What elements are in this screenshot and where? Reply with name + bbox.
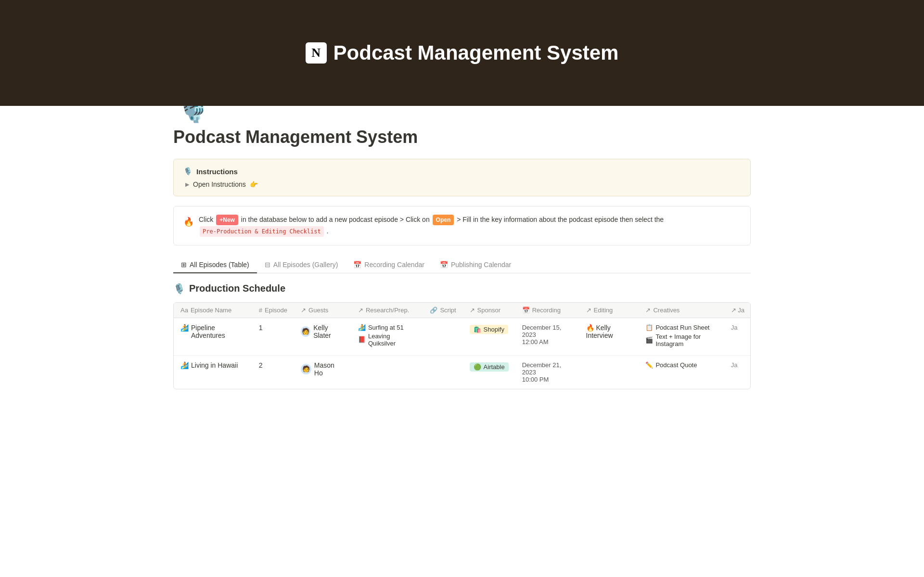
- episode-name-icon: 🏄: [180, 361, 189, 369]
- tab-all-episodes-table-label: All Episodes (Table): [190, 261, 249, 269]
- guest-name: Mason Ho: [314, 361, 345, 377]
- cell-sponsor: 🟢Airtable: [463, 355, 515, 389]
- col-episode-num: #Episode: [252, 303, 294, 318]
- tab-all-episodes-gallery-label: All Episodes (Gallery): [273, 261, 338, 269]
- editing-icon: 🔥: [586, 324, 594, 332]
- tab-publishing-calendar-label: Publishing Calendar: [451, 261, 511, 269]
- creative-text: Podcast Quote: [655, 361, 697, 369]
- checklist-badge: Pre-Production & Editing Checklist: [200, 226, 324, 237]
- research-icon: 📕: [358, 336, 366, 343]
- page-title: Podcast Management System: [173, 127, 751, 147]
- tab-all-episodes-table[interactable]: ⊞ All Episodes (Table): [173, 257, 257, 273]
- instructions-box: 🎙️ Instructions ▶ Open Instructions 👉: [173, 159, 751, 196]
- col-script: 🔗Script: [423, 303, 462, 318]
- cell-script: [423, 318, 462, 355]
- creative-item: 🎬Text + Image for Instagram: [645, 333, 717, 347]
- cell-last-col: Ja: [724, 355, 751, 389]
- table-row[interactable]: 🏄Pipeline Adventures1🧑Kelly Slater🏄Surfi…: [174, 318, 751, 355]
- episodes-table: AaEpisode Name #Episode ↗Guests ↗Researc…: [174, 303, 751, 389]
- research-icon: 🏄: [358, 324, 366, 331]
- guest-avatar: 🧑: [301, 326, 310, 337]
- episode-name-text: Pipeline Adventures: [191, 324, 245, 339]
- toggle-emoji-icon: 👉: [250, 180, 258, 188]
- research-text: Surfing at 51: [368, 324, 404, 331]
- tab-publishing-calendar[interactable]: 📅 Publishing Calendar: [432, 257, 519, 273]
- episode-name-icon: 🏄: [180, 324, 189, 332]
- cell-sponsor: 🛍️Shopify: [463, 318, 515, 355]
- cell-editing: 🔥 Kelly Interview: [579, 318, 639, 355]
- sponsor-tag: 🟢Airtable: [470, 362, 509, 372]
- callout-text-after-new: in the database below to add a new podca…: [241, 216, 432, 223]
- cell-episode-num: 1: [252, 318, 294, 355]
- sponsor-name: Airtable: [484, 363, 505, 371]
- sponsor-tag: 🛍️Shopify: [470, 325, 508, 334]
- cell-episode-num: 2: [252, 355, 294, 389]
- hero-banner: N Podcast Management System: [0, 0, 924, 106]
- tab-recording-calendar-label: Recording Calendar: [364, 261, 424, 269]
- instructions-icon: 🎙️: [183, 167, 192, 176]
- hero-title: N Podcast Management System: [306, 41, 619, 64]
- table-row[interactable]: 🏄Living in Hawaii2🧑Mason Ho🟢AirtableDece…: [174, 355, 751, 389]
- col-last: ↗ Ja: [724, 303, 751, 318]
- research-item: 🏄Surfing at 51: [358, 324, 416, 331]
- research-item: 📕Leaving Quiksilver: [358, 333, 416, 347]
- col-guests: ↗Guests: [294, 303, 351, 318]
- cell-creatives: 📋Podcast Run Sheet🎬Text + Image for Inst…: [639, 318, 724, 355]
- sponsor-icon: 🟢: [474, 363, 481, 371]
- sponsor-icon: 🛍️: [474, 326, 481, 333]
- callout-fire-icon: 🔥: [183, 215, 194, 230]
- creative-text: Podcast Run Sheet: [655, 324, 709, 331]
- guest-name: Kelly Slater: [313, 324, 345, 339]
- notion-logo-icon: N: [306, 42, 327, 64]
- callout-box: 🔥 Click +New in the database below to ad…: [173, 206, 751, 245]
- tab-all-episodes-gallery[interactable]: ⊟ All Episodes (Gallery): [257, 257, 346, 273]
- cell-episode-name: 🏄Living in Hawaii: [174, 355, 252, 389]
- col-editing: ↗Editing: [579, 303, 639, 318]
- sponsor-name: Shopify: [484, 326, 504, 333]
- cell-creatives: ✏️Podcast Quote: [639, 355, 724, 389]
- section-title: 🎙️ Production Schedule: [173, 283, 751, 295]
- creative-item: ✏️Podcast Quote: [645, 361, 717, 369]
- cell-research: 🏄Surfing at 51📕Leaving Quiksilver: [351, 318, 423, 355]
- cell-last-col: Ja: [724, 318, 751, 355]
- cell-script: [423, 355, 462, 389]
- recording-date: December 21, 202310:00 PM: [522, 361, 573, 383]
- section-title-icon: 🎙️: [173, 283, 185, 295]
- callout-content: Click +New in the database below to add …: [199, 214, 741, 237]
- table-header-row: AaEpisode Name #Episode ↗Guests ↗Researc…: [174, 303, 751, 318]
- callout-text-before-new: Click: [199, 216, 215, 223]
- tabs-row: ⊞ All Episodes (Table) ⊟ All Episodes (G…: [173, 257, 751, 273]
- col-research: ↗Research/Prep.: [351, 303, 423, 318]
- tab-recording-calendar[interactable]: 📅 Recording Calendar: [346, 257, 432, 273]
- toggle-arrow-icon: ▶: [185, 181, 189, 188]
- col-sponsor: ↗Sponsor: [463, 303, 515, 318]
- guest-avatar: 🧑: [301, 364, 311, 374]
- episodes-table-wrapper: AaEpisode Name #Episode ↗Guests ↗Researc…: [173, 302, 751, 389]
- toggle-label: Open Instructions: [193, 180, 246, 188]
- col-recording: 📅Recording: [515, 303, 579, 318]
- creative-icon: 📋: [645, 324, 653, 331]
- callout-text-end: .: [327, 227, 329, 235]
- tab-gallery-icon: ⊟: [265, 261, 270, 269]
- research-text: Leaving Quiksilver: [368, 333, 416, 347]
- tab-table-icon: ⊞: [181, 261, 187, 269]
- cell-editing: [579, 355, 639, 389]
- page-content: 🎙️ Podcast Management System 🎙️ Instruct…: [144, 90, 780, 418]
- callout-text-after-open: > Fill in the key information about the …: [457, 216, 664, 223]
- tab-publishing-cal-icon: 📅: [440, 261, 448, 269]
- instructions-header: 🎙️ Instructions: [183, 167, 741, 176]
- hero-title-text: Podcast Management System: [334, 41, 619, 64]
- open-instructions-toggle[interactable]: ▶ Open Instructions 👉: [183, 180, 741, 188]
- creative-icon: ✏️: [645, 361, 653, 369]
- creative-text: Text + Image for Instagram: [655, 333, 717, 347]
- open-badge: Open: [433, 215, 454, 225]
- cell-recording: December 15, 202312:00 AM: [515, 318, 579, 355]
- cell-research: [351, 355, 423, 389]
- cell-recording: December 21, 202310:00 PM: [515, 355, 579, 389]
- col-creatives: ↗Creatives: [639, 303, 724, 318]
- episode-name-text: Living in Hawaii: [191, 361, 238, 369]
- cell-guests: 🧑Kelly Slater: [294, 318, 351, 355]
- instructions-label: Instructions: [196, 167, 238, 176]
- tab-recording-cal-icon: 📅: [353, 261, 361, 269]
- section-title-text: Production Schedule: [189, 283, 285, 294]
